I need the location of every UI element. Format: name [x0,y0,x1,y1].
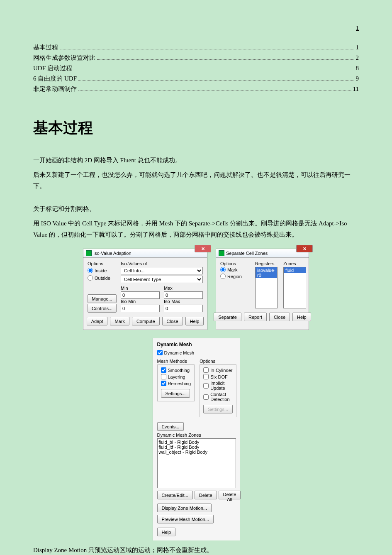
toc-entry[interactable]: 非定常动画制作 11 [33,85,359,93]
paragraph: Display Zone Motion 只预览运动区域的运动；网格不会重新生成。 [33,545,359,555]
panel-title: Dynamic Mesh [157,342,236,347]
iso-value-adaption-dialog: ✕ Iso-Value Adaption Options Inside [83,249,207,330]
registers-listbox[interactable]: isovalue-r0 [255,267,278,308]
zones-listbox[interactable]: fluid [283,267,306,308]
compute-button[interactable]: Compute [132,317,160,325]
toc-entry-label: UDF 启动过程 [33,64,72,72]
outside-radio-input[interactable] [88,275,93,281]
document-page: 1 基本过程 1 网格生成参数设置对比 2 UDF 启动过程 8 6 自由度的 … [0,0,392,555]
close-icon[interactable]: ✕ [195,245,211,252]
paragraph: 一开始画的非结构 2D 网格导入 Fluent 总也不能成功。 [33,155,359,166]
toc-entry[interactable]: 网格生成参数设置对比 2 [33,54,359,62]
toc-entry-label: 6 自由度的 UDF [33,75,77,83]
iso-values-of-label: Iso-Values of [121,261,203,266]
create-edit-button[interactable]: Create/Edit... [157,491,193,499]
dialog-row: ✕ Iso-Value Adaption Options Inside [33,249,359,330]
list-item[interactable]: isovalue-r0 [256,267,277,278]
mark-radio-input[interactable] [220,267,226,272]
min-label: Min [121,286,160,291]
options-label: Options [220,261,249,266]
contact-detection-checkbox[interactable]: Contact Detection [203,392,233,402]
delete-button[interactable]: Delete [195,491,217,499]
options-group: In-Cylinder Six DOF Implicit Update Cont… [200,364,236,417]
help-button[interactable]: Help [185,317,204,325]
table-of-contents: 基本过程 1 网格生成参数设置对比 2 UDF 启动过程 8 6 自由度的 UD… [33,44,359,93]
layering-checkbox[interactable]: Layering [161,374,191,379]
separate-cell-zones-dialog: ✕ Separate Cell Zones Options Mark [216,249,309,330]
options-label: Options [200,359,236,364]
outside-radio[interactable]: Outside [88,275,117,281]
max-label: Max [164,286,203,291]
toc-dots [78,90,351,91]
mesh-methods-group: Smoothing Layering Remeshing Settings... [157,364,195,401]
dynamic-mesh-panel: Dynamic Mesh Dynamic Mesh Mesh Methods S… [153,338,240,540]
max-input[interactable] [164,291,203,299]
toc-dots [74,70,354,70]
toc-entry-label: 非定常动画制作 [33,85,77,93]
region-radio[interactable]: Region [220,274,249,279]
toc-dots [60,49,354,49]
header-rule [33,31,359,31]
section-title: 基本过程 [33,118,359,138]
paragraph: 后来又新建了一个工程，也没怎么弄，可能就勾选了几个东西吧，问题就解决了。也不是很… [33,169,359,192]
cell-info-dropdown[interactable]: Cell Info... [121,267,203,274]
implicit-update-checkbox[interactable]: Implicit Update [203,381,233,391]
iso-max-input[interactable] [164,305,203,312]
toc-entry[interactable]: 6 自由度的 UDF 9 [33,75,359,83]
toc-dots [78,80,354,81]
iso-max-label: Iso-Max [164,299,203,304]
manage-button[interactable]: Manage... [88,294,117,303]
page-number: 1 [356,25,359,32]
toc-entry-page: 2 [356,54,359,61]
zones-label: Zones [283,261,312,266]
inside-radio[interactable]: Inside [88,268,117,273]
toc-entry-label: 基本过程 [33,44,58,51]
list-item[interactable]: fluid [284,267,306,273]
iso-min-label: Iso-Min [121,299,160,304]
help-button[interactable]: Help [292,313,311,321]
dynamic-mesh-checkbox[interactable]: Dynamic Mesh [157,350,236,355]
toc-entry-page: 8 [356,65,359,72]
toc-entry-page: 1 [356,44,359,51]
controls-button[interactable]: Controls... [88,304,117,313]
close-button[interactable]: Close [162,317,183,325]
paragraph: 用 ISO Value 中的 Cell Type 来标记网格，并用 Mesh 下… [33,218,359,240]
close-icon[interactable]: ✕ [296,245,313,252]
dynamic-mesh-checkbox-input[interactable] [157,350,163,355]
region-radio-input[interactable] [220,274,226,279]
options-label: Options [88,261,117,266]
smoothing-checkbox[interactable]: Smoothing [161,367,191,373]
close-button[interactable]: Close [269,313,290,321]
toc-entry-page: 9 [356,75,359,82]
separate-button[interactable]: Separate [214,313,241,321]
toc-entry-page: 11 [353,86,359,93]
mark-button[interactable]: Mark [110,317,129,325]
dynamic-mesh-zones-listbox[interactable]: fluid_bl - Rigid Body fluid_itf - Rigid … [157,438,236,488]
preview-mesh-motion-button[interactable]: Preview Mesh Motion... [157,515,214,523]
toc-entry[interactable]: UDF 启动过程 8 [33,64,359,72]
list-item[interactable]: fluid_itf - Rigid Body [159,445,234,450]
display-zone-motion-button[interactable]: Display Zone Motion... [157,504,212,512]
methods-settings-button[interactable]: Settings... [161,389,190,398]
dialog-title: Separate Cell Zones [226,251,268,256]
remeshing-checkbox[interactable]: Remeshing [161,381,191,386]
inside-radio-input[interactable] [88,268,93,273]
events-button[interactable]: Events... [157,422,184,431]
toc-entry[interactable]: 基本过程 1 [33,44,359,51]
in-cylinder-checkbox[interactable]: In-Cylinder [203,367,233,373]
help-button[interactable]: Help [157,528,176,536]
min-input[interactable] [121,291,160,299]
mesh-methods-label: Mesh Methods [157,359,195,364]
iso-min-input[interactable] [121,305,160,312]
report-button[interactable]: Report [244,313,267,321]
options-settings-button: Settings... [203,405,233,413]
delete-all-button[interactable]: Delete All [219,491,241,499]
list-item[interactable]: fluid_bl - Rigid Body [159,440,234,445]
dialog-titlebar: Iso-Value Adaption [83,249,207,258]
registers-label: Registers [255,261,278,266]
list-item[interactable]: wall_object - Rigid Body [159,450,234,455]
adapt-button[interactable]: Adapt [87,317,108,325]
cell-element-type-dropdown[interactable]: Cell Element Type [121,276,203,283]
six-dof-checkbox[interactable]: Six DOF [203,374,233,379]
mark-radio[interactable]: Mark [220,267,249,272]
